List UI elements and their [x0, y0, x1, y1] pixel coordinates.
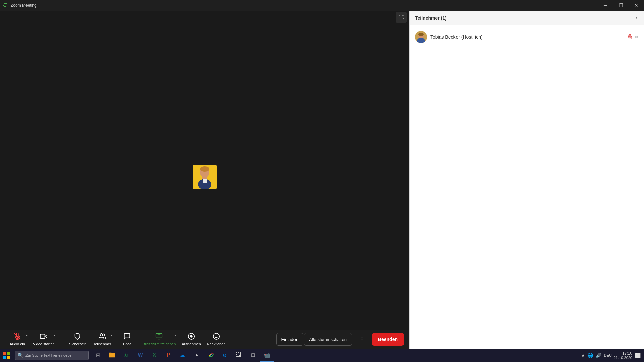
panel-collapse-button[interactable]: ‹ — [634, 14, 639, 22]
svg-point-11 — [100, 334, 102, 336]
taskbar-app-explorer[interactable] — [105, 349, 119, 362]
svg-rect-10 — [40, 334, 45, 339]
chat-button[interactable]: Chat — [115, 330, 139, 348]
participants-button[interactable]: Teilnehmer ▲ — [90, 330, 114, 348]
title-bar-left: 🛡 Zoom Meeting — [0, 2, 37, 8]
main-video-area: Tobias Becker — [0, 11, 409, 343]
chat-icon — [123, 333, 131, 341]
invite-button[interactable]: Einladen — [276, 333, 304, 346]
participant-edit-icon[interactable]: ✏ — [635, 34, 639, 40]
participants-label: Teilnehmer — [93, 342, 111, 346]
participant-avatar — [193, 165, 217, 189]
share-screen-button[interactable]: Bildschirm freigeben ▲ — [140, 330, 179, 348]
minimize-button[interactable]: ─ — [598, 0, 613, 11]
taskbar-app-board[interactable]: □ — [246, 349, 260, 362]
svg-point-2 — [200, 166, 209, 172]
svg-point-18 — [213, 333, 219, 339]
zoom-toolbar: Audio ein ▲ Video starten ▲ Sicherheit — [0, 330, 409, 349]
svg-point-24 — [418, 33, 424, 36]
windows-taskbar: 🔍 Zur Suche Text hier eingeben ⊟ ♫ W X P… — [0, 349, 644, 362]
video-button[interactable]: Video starten ▲ — [30, 330, 57, 348]
taskbar-apps: ⊟ ♫ W X P ☁ ● e 🖼 □ 📹 — [91, 349, 274, 362]
close-button[interactable]: ✕ — [629, 0, 644, 11]
tray-language: DEU — [604, 353, 612, 357]
restore-button[interactable]: ❐ — [613, 0, 629, 11]
participant-list-name: Tobias Becker (Host, ich) — [430, 34, 624, 40]
chat-label: Chat — [123, 342, 131, 346]
reactions-icon — [213, 333, 220, 341]
fullscreen-button[interactable]: ⛶ — [396, 12, 407, 23]
share-screen-chevron[interactable]: ▲ — [174, 334, 177, 337]
svg-marker-9 — [45, 335, 47, 338]
taskbar-app-excel[interactable]: X — [148, 349, 161, 362]
record-label: Aufnehmen — [182, 342, 201, 346]
participants-icon — [99, 333, 106, 341]
tray-expand-icon[interactable]: ∧ — [581, 353, 585, 358]
participants-panel: Teilnehmer (1) ‹ Tobias Becker (Host, ic… — [409, 11, 644, 362]
audio-button[interactable]: Audio ein ▲ — [5, 330, 30, 348]
security-label: Sicherheit — [69, 342, 86, 346]
start-button[interactable] — [0, 349, 13, 362]
taskbar-app-zoom[interactable]: 📹 — [260, 349, 274, 362]
tray-date: 21.10.2020 — [614, 356, 632, 360]
audio-icon — [14, 333, 21, 341]
participant-list-item[interactable]: Tobias Becker (Host, ich) ✏ — [410, 28, 644, 46]
participant-list: Tobias Becker (Host, ich) ✏ — [410, 25, 644, 362]
svg-rect-29 — [3, 356, 6, 359]
taskbar-app-taskview[interactable]: ⊟ — [91, 349, 105, 362]
taskbar-app-powerpoint[interactable]: P — [162, 349, 175, 362]
share-screen-label: Bildschirm freigeben — [143, 342, 176, 346]
title-bar: 🛡 Zoom Meeting ─ ❐ ✕ — [0, 0, 644, 11]
participant-avatar-thumbnail — [415, 31, 427, 43]
participant-mic-icon — [627, 34, 633, 40]
svg-rect-27 — [3, 352, 6, 355]
taskbar-app-word[interactable]: W — [133, 349, 147, 362]
window-title: Zoom Meeting — [11, 3, 37, 8]
tray-time: 17:10 — [614, 351, 632, 356]
title-bar-controls: ─ ❐ ✕ — [598, 0, 644, 11]
security-icon — [74, 333, 81, 341]
reactions-button[interactable]: Reaktionen — [204, 330, 228, 348]
svg-point-17 — [191, 335, 193, 337]
panel-title: Teilnehmer (1) — [415, 15, 447, 21]
security-button[interactable]: Sicherheit — [65, 330, 90, 348]
participants-chevron[interactable]: ▲ — [110, 334, 113, 337]
more-options-icon[interactable]: ⋮ — [356, 334, 368, 345]
video-label: Video starten — [33, 342, 55, 346]
tray-network-icon[interactable]: 🌐 — [587, 353, 594, 358]
taskbar-search[interactable]: 🔍 Zur Suche Text hier eingeben — [15, 351, 89, 360]
tray-volume-icon[interactable]: 🔊 — [595, 353, 602, 358]
zoom-shield-icon: 🛡 — [3, 2, 8, 8]
taskbar-app-chrome[interactable] — [204, 349, 217, 362]
taskbar-app-paint[interactable]: 🖼 — [232, 349, 246, 362]
record-icon — [187, 333, 195, 341]
svg-rect-30 — [7, 356, 10, 359]
svg-rect-28 — [7, 352, 10, 355]
taskbar-app-edge[interactable]: e — [218, 349, 231, 362]
tray-notification-icon[interactable]: ⬜ — [634, 353, 641, 358]
share-screen-icon — [155, 333, 163, 341]
audio-chevron[interactable]: ▲ — [25, 334, 28, 337]
video-chevron[interactable]: ▲ — [53, 334, 56, 337]
mute-all-button[interactable]: Alle stummschalten — [304, 333, 352, 346]
reactions-label: Reaktionen — [207, 342, 226, 346]
svg-rect-5 — [203, 179, 207, 183]
taskbar-tray: ∧ 🌐 🔊 DEU 17:10 21.10.2020 ⬜ — [581, 349, 644, 362]
tray-icons: ∧ 🌐 🔊 — [581, 353, 602, 358]
record-button[interactable]: Aufnehmen — [179, 330, 203, 348]
audio-label: Audio ein — [10, 342, 25, 346]
participant-status-icons: ✏ — [627, 34, 639, 40]
svg-rect-3 — [202, 177, 207, 179]
taskbar-app-misc[interactable]: ● — [190, 349, 203, 362]
panel-header: Teilnehmer (1) ‹ — [410, 11, 644, 25]
tray-datetime: 17:10 21.10.2020 — [614, 351, 632, 360]
taskbar-app-spotify[interactable]: ♫ — [119, 349, 133, 362]
avatar-image — [193, 165, 217, 189]
taskbar-app-onedrive[interactable]: ☁ — [176, 349, 189, 362]
video-icon — [40, 333, 47, 341]
end-meeting-button[interactable]: Beenden — [372, 333, 404, 346]
taskbar-search-placeholder: Zur Suche Text hier eingeben — [25, 353, 74, 357]
